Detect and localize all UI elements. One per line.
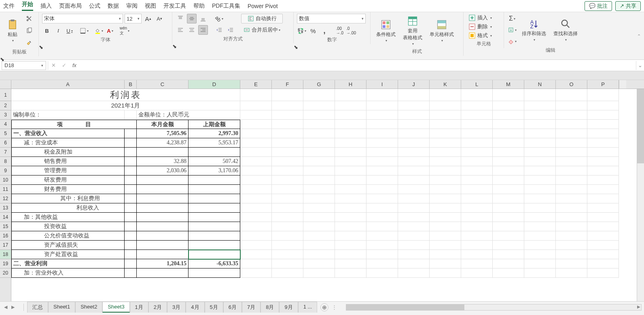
cell-B8[interactable]: [125, 157, 137, 166]
cell-F[interactable]: [272, 241, 303, 250]
cell-J[interactable]: [398, 259, 430, 268]
cell-N[interactable]: [524, 166, 556, 175]
row-header-17[interactable]: 17: [0, 241, 11, 250]
align-launcher[interactable]: ⬊: [172, 43, 294, 49]
row-header-1[interactable]: 1: [0, 89, 11, 101]
this-value-cell-5[interactable]: 7,505.96: [137, 129, 189, 138]
cell-J[interactable]: [398, 120, 430, 129]
cell-B3[interactable]: [125, 110, 137, 120]
cell-I[interactable]: [366, 185, 398, 194]
this-value-cell-7[interactable]: [137, 148, 189, 157]
cell-I[interactable]: [366, 129, 398, 138]
row-header-2[interactable]: 2: [0, 101, 11, 110]
percent-style-button[interactable]: %: [308, 26, 318, 36]
cell-H[interactable]: [335, 148, 366, 157]
item-cell-6[interactable]: 减：营业成本: [11, 138, 125, 148]
row-header-7[interactable]: 7: [0, 148, 11, 157]
cell-J[interactable]: [398, 250, 430, 259]
prev-value-cell-19[interactable]: -6,633.35: [189, 259, 240, 268]
menu-power-pivot[interactable]: Power Pivot: [248, 3, 278, 9]
column-header-O[interactable]: O: [556, 80, 587, 89]
cell-K[interactable]: [430, 231, 461, 241]
cell-H[interactable]: [335, 138, 366, 148]
cell-L[interactable]: [461, 120, 493, 129]
cell-K[interactable]: [430, 138, 461, 148]
this-value-cell-20[interactable]: [137, 268, 189, 278]
sheet-tab-1月[interactable]: 1月: [130, 302, 148, 313]
align-center-button[interactable]: [187, 25, 197, 35]
cell-K[interactable]: [430, 268, 461, 278]
this-month-header-cell[interactable]: 本月金额: [137, 120, 189, 129]
cell-N[interactable]: [524, 250, 556, 259]
cell-F[interactable]: [272, 120, 303, 129]
menu-page-layout[interactable]: 页面布局: [59, 2, 82, 10]
format-cells-button[interactable]: 格式▾: [467, 32, 494, 40]
cell-L[interactable]: [461, 231, 493, 241]
cell-O[interactable]: [556, 203, 587, 213]
cell-B13[interactable]: [125, 203, 137, 213]
cell-E[interactable]: [240, 222, 272, 231]
menu-view[interactable]: 视图: [145, 2, 156, 10]
prev-value-cell-6[interactable]: 5,953.17: [189, 138, 240, 148]
item-cell-8[interactable]: 销售费用: [11, 157, 125, 166]
cell-B10[interactable]: [125, 175, 137, 185]
cell-N[interactable]: [524, 231, 556, 241]
menu-help[interactable]: 帮助: [193, 2, 205, 10]
item-cell-12[interactable]: 其中：利息费用: [11, 194, 125, 203]
cell-I[interactable]: [366, 148, 398, 157]
cell-J[interactable]: [398, 185, 430, 194]
cell-G[interactable]: [303, 89, 335, 101]
row-header-20[interactable]: 20: [0, 268, 11, 278]
cell-E[interactable]: [240, 231, 272, 241]
cell-K[interactable]: [430, 110, 461, 120]
font-launcher[interactable]: ⬊: [39, 44, 172, 50]
italic-button[interactable]: I: [53, 26, 63, 36]
cell-H[interactable]: [335, 157, 366, 166]
cell-H[interactable]: [335, 259, 366, 268]
column-header-J[interactable]: J: [398, 80, 430, 89]
cell-I[interactable]: [366, 222, 398, 231]
cell-J[interactable]: [398, 268, 430, 278]
cell-O[interactable]: [556, 268, 587, 278]
item-cell-15[interactable]: 投资收益: [11, 222, 125, 231]
cell-B7[interactable]: [125, 148, 137, 157]
cell-K[interactable]: [430, 157, 461, 166]
menu-pdf-tools[interactable]: PDF工具集: [212, 2, 240, 10]
column-header-N[interactable]: N: [524, 80, 556, 89]
item-cell-9[interactable]: 管理费用: [11, 166, 125, 175]
cell-K[interactable]: [430, 129, 461, 138]
cell-N[interactable]: [524, 213, 556, 222]
this-value-cell-14[interactable]: [137, 213, 189, 222]
formula-input[interactable]: [80, 61, 636, 70]
cell-I[interactable]: [366, 268, 398, 278]
this-value-cell-11[interactable]: [137, 185, 189, 194]
sort-filter-button[interactable]: AZ 排序和筛选▾: [519, 17, 549, 43]
cell-J[interactable]: [398, 231, 430, 241]
cell-M[interactable]: [493, 138, 524, 148]
format-painter-button[interactable]: [24, 38, 34, 48]
this-value-cell-12[interactable]: [137, 194, 189, 203]
cell-O[interactable]: [556, 241, 587, 250]
cell-G[interactable]: [303, 259, 335, 268]
cell-O[interactable]: [556, 157, 587, 166]
cell-J[interactable]: [398, 129, 430, 138]
cell-F[interactable]: [272, 148, 303, 157]
row-header-4[interactable]: 4: [0, 120, 11, 129]
cell-K[interactable]: [430, 148, 461, 157]
item-cell-11[interactable]: 财务费用: [11, 185, 125, 194]
cell-K[interactable]: [430, 101, 461, 110]
cell-J[interactable]: [398, 241, 430, 250]
cell-L[interactable]: [461, 89, 493, 101]
cell-M[interactable]: [493, 166, 524, 175]
cell-K[interactable]: [430, 194, 461, 203]
cell-I[interactable]: [366, 138, 398, 148]
cell-I[interactable]: [366, 110, 398, 120]
cell-P[interactable]: [587, 120, 619, 129]
sheet-tab-4月[interactable]: 4月: [186, 302, 204, 313]
cell-M[interactable]: [493, 110, 524, 120]
cell-I[interactable]: [366, 101, 398, 110]
cell-E[interactable]: [240, 175, 272, 185]
row-header-16[interactable]: 16: [0, 231, 11, 241]
cell-H[interactable]: [335, 222, 366, 231]
prev-value-cell-9[interactable]: 3,170.06: [189, 166, 240, 175]
